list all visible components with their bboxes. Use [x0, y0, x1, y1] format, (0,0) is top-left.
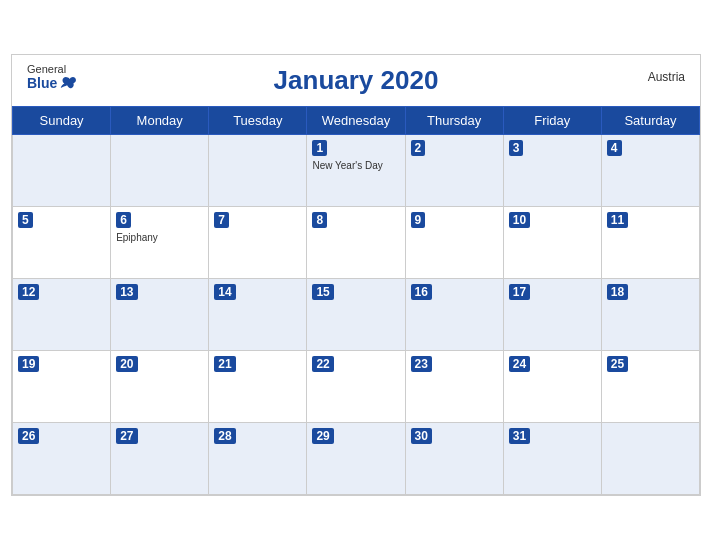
calendar-cell: 17 — [503, 279, 601, 351]
day-number: 11 — [607, 212, 628, 228]
day-number: 30 — [411, 428, 432, 444]
logo: General Blue — [27, 63, 77, 91]
day-number: 21 — [214, 356, 235, 372]
calendar-cell: 21 — [209, 351, 307, 423]
country-label: Austria — [648, 70, 685, 84]
header-thursday: Thursday — [405, 107, 503, 135]
day-number: 29 — [312, 428, 333, 444]
calendar-cell: 15 — [307, 279, 405, 351]
calendar-wrapper: General Blue January 2020 Austria Sunday… — [11, 54, 701, 496]
calendar-cell: 19 — [13, 351, 111, 423]
day-number: 18 — [607, 284, 628, 300]
calendar-cell: 8 — [307, 207, 405, 279]
day-number: 31 — [509, 428, 530, 444]
logo-general-text: General — [27, 63, 66, 75]
calendar-cell — [209, 135, 307, 207]
day-number: 22 — [312, 356, 333, 372]
logo-bird-icon — [59, 76, 77, 90]
day-number: 28 — [214, 428, 235, 444]
calendar-title: January 2020 — [274, 65, 439, 96]
day-number: 14 — [214, 284, 235, 300]
day-number: 26 — [18, 428, 39, 444]
calendar-cell: 11 — [601, 207, 699, 279]
calendar-cell: 24 — [503, 351, 601, 423]
calendar-cell — [13, 135, 111, 207]
header-wednesday: Wednesday — [307, 107, 405, 135]
calendar-cell: 16 — [405, 279, 503, 351]
day-number: 17 — [509, 284, 530, 300]
calendar-cell: 25 — [601, 351, 699, 423]
calendar-cell: 6Epiphany — [111, 207, 209, 279]
calendar-cell: 23 — [405, 351, 503, 423]
day-number: 5 — [18, 212, 33, 228]
calendar-cell: 1New Year's Day — [307, 135, 405, 207]
week-row-4: 19202122232425 — [13, 351, 700, 423]
week-row-2: 56Epiphany7891011 — [13, 207, 700, 279]
header-saturday: Saturday — [601, 107, 699, 135]
calendar-cell — [111, 135, 209, 207]
calendar-cell: 20 — [111, 351, 209, 423]
logo-blue-text: Blue — [27, 75, 77, 91]
calendar-cell: 14 — [209, 279, 307, 351]
day-number: 23 — [411, 356, 432, 372]
calendar-cell: 13 — [111, 279, 209, 351]
day-number: 13 — [116, 284, 137, 300]
calendar-cell: 31 — [503, 423, 601, 495]
day-number: 15 — [312, 284, 333, 300]
header-monday: Monday — [111, 107, 209, 135]
calendar-cell — [601, 423, 699, 495]
day-number: 24 — [509, 356, 530, 372]
holiday-name: New Year's Day — [312, 160, 399, 171]
day-number: 12 — [18, 284, 39, 300]
calendar-cell: 5 — [13, 207, 111, 279]
calendar-cell: 28 — [209, 423, 307, 495]
calendar-cell: 27 — [111, 423, 209, 495]
week-row-5: 262728293031 — [13, 423, 700, 495]
day-number: 7 — [214, 212, 229, 228]
day-number: 1 — [312, 140, 327, 156]
calendar-cell: 12 — [13, 279, 111, 351]
day-number: 25 — [607, 356, 628, 372]
days-header-row: Sunday Monday Tuesday Wednesday Thursday… — [13, 107, 700, 135]
calendar-cell: 2 — [405, 135, 503, 207]
day-number: 10 — [509, 212, 530, 228]
holiday-name: Epiphany — [116, 232, 203, 243]
day-number: 9 — [411, 212, 426, 228]
day-number: 4 — [607, 140, 622, 156]
day-number: 19 — [18, 356, 39, 372]
day-number: 16 — [411, 284, 432, 300]
week-row-3: 12131415161718 — [13, 279, 700, 351]
day-number: 6 — [116, 212, 131, 228]
calendar-cell: 26 — [13, 423, 111, 495]
calendar-cell: 4 — [601, 135, 699, 207]
week-row-1: 1New Year's Day234 — [13, 135, 700, 207]
day-number: 3 — [509, 140, 524, 156]
header-sunday: Sunday — [13, 107, 111, 135]
calendar-cell: 29 — [307, 423, 405, 495]
day-number: 8 — [312, 212, 327, 228]
header-tuesday: Tuesday — [209, 107, 307, 135]
calendar-body: 1New Year's Day23456Epiphany789101112131… — [13, 135, 700, 495]
day-number: 2 — [411, 140, 426, 156]
calendar-cell: 10 — [503, 207, 601, 279]
day-number: 20 — [116, 356, 137, 372]
calendar-table: Sunday Monday Tuesday Wednesday Thursday… — [12, 106, 700, 495]
day-number: 27 — [116, 428, 137, 444]
calendar-cell: 22 — [307, 351, 405, 423]
calendar-cell: 9 — [405, 207, 503, 279]
calendar-cell: 7 — [209, 207, 307, 279]
calendar-cell: 18 — [601, 279, 699, 351]
calendar-cell: 30 — [405, 423, 503, 495]
calendar-header: General Blue January 2020 Austria — [12, 55, 700, 106]
header-friday: Friday — [503, 107, 601, 135]
calendar-cell: 3 — [503, 135, 601, 207]
